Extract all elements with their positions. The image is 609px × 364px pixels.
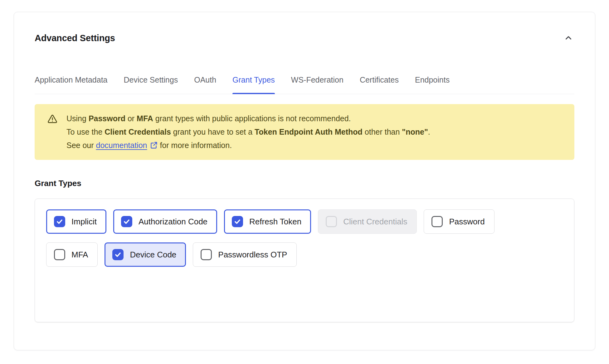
banner-line-3: See our documentation for more informati…: [66, 139, 430, 152]
grant-type-label: Device Code: [130, 250, 176, 260]
grant-type-label: Authorization Code: [139, 217, 207, 227]
documentation-link[interactable]: documentation: [96, 141, 158, 150]
checkbox-checked-icon: [54, 216, 65, 227]
tabs: Application MetadataDevice SettingsOAuth…: [35, 75, 574, 94]
banner-line-2: To use the Client Credentials grant you …: [66, 125, 430, 139]
tab-oauth[interactable]: OAuth: [194, 75, 216, 94]
grant-type-label: Refresh Token: [249, 217, 301, 227]
tab-endpoints[interactable]: Endpoints: [415, 75, 450, 94]
grant-type-client-credentials: Client Credentials: [318, 209, 417, 234]
banner-line-1: Using Password or MFA grant types with p…: [66, 112, 430, 125]
page-title: Advanced Settings: [35, 32, 115, 44]
grant-types-box: ImplicitAuthorization CodeRefresh TokenC…: [35, 199, 574, 322]
warning-banner: Using Password or MFA grant types with p…: [35, 104, 574, 160]
checkbox-checked-icon: [232, 216, 243, 227]
grant-type-label: Password: [449, 217, 485, 227]
external-link-icon: [147, 141, 158, 150]
tab-device-settings[interactable]: Device Settings: [124, 75, 178, 94]
grant-type-device-code[interactable]: Device Code: [105, 242, 186, 267]
checkbox-unchecked-icon: [431, 216, 443, 227]
panel-header: Advanced Settings: [35, 32, 574, 44]
grant-type-label: Passwordless OTP: [218, 250, 287, 260]
grant-type-refresh-token[interactable]: Refresh Token: [224, 209, 311, 234]
tab-application-metadata[interactable]: Application Metadata: [35, 75, 107, 94]
grant-types-section-label: Grant Types: [35, 179, 574, 188]
advanced-settings-panel: Advanced Settings Application MetadataDe…: [14, 12, 595, 350]
grant-type-password[interactable]: Password: [424, 209, 494, 234]
grant-type-label: Client Credentials: [343, 217, 407, 227]
tab-certificates[interactable]: Certificates: [360, 75, 399, 94]
grant-type-label: MFA: [71, 250, 88, 260]
warning-banner-text: Using Password or MFA grant types with p…: [66, 112, 430, 152]
grant-type-passwordless-otp[interactable]: Passwordless OTP: [193, 242, 297, 267]
grant-type-authorization-code[interactable]: Authorization Code: [113, 209, 217, 234]
checkbox-unchecked-icon: [326, 216, 337, 227]
tab-grant-types[interactable]: Grant Types: [232, 75, 275, 94]
chevron-up-icon[interactable]: [563, 32, 574, 44]
checkbox-checked-icon: [121, 216, 132, 227]
grant-type-label: Implicit: [71, 217, 97, 227]
warning-triangle-icon: [47, 114, 58, 152]
grant-type-mfa[interactable]: MFA: [46, 242, 98, 267]
checkbox-unchecked-icon: [201, 249, 212, 260]
grant-types-row-2: MFADevice CodePasswordless OTP: [46, 242, 563, 267]
grant-type-implicit[interactable]: Implicit: [46, 209, 106, 234]
checkbox-checked-icon: [112, 249, 124, 260]
grant-types-row-1: ImplicitAuthorization CodeRefresh TokenC…: [46, 209, 563, 234]
tab-ws-federation[interactable]: WS-Federation: [291, 75, 343, 94]
checkbox-unchecked-icon: [54, 249, 65, 260]
